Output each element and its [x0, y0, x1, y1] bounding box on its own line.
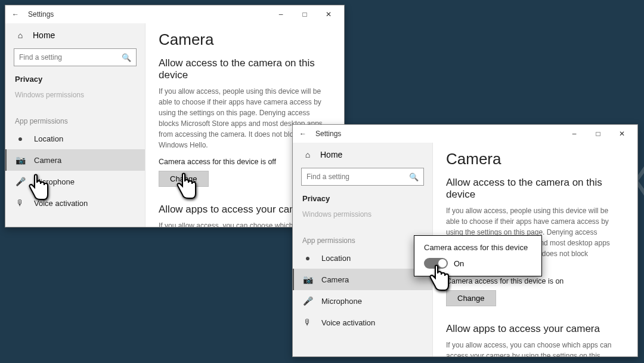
search-icon: 🔍 [409, 173, 419, 182]
toggle-row: On [424, 258, 532, 269]
sidebar-item-label: Voice activation [34, 199, 88, 208]
sidebar: ⌂ Home 🔍 Privacy Windows permissions App… [5, 23, 145, 227]
search-box[interactable]: 🔍 [14, 48, 137, 66]
search-icon: 🔍 [122, 53, 131, 62]
sidebar: ⌂ Home 🔍 Privacy Windows permissions App… [293, 143, 433, 356]
sidebar-item-label: Microphone [34, 177, 75, 186]
sidebar-item-voice[interactable]: 🎙 Voice activation [5, 192, 145, 214]
app-permissions-label: App permissions [293, 232, 432, 247]
app-permissions-label: App permissions [5, 112, 145, 128]
sidebar-item-microphone[interactable]: 🎤 Microphone [293, 290, 432, 312]
search-input[interactable] [19, 53, 122, 61]
section-heading: Allow access to the camera on this devic… [159, 57, 331, 81]
sidebar-item-camera[interactable]: 📷 Camera [293, 269, 432, 290]
popup-label: Camera access for this device [424, 243, 532, 252]
window-title: Settings [315, 130, 341, 138]
change-button[interactable]: Change [159, 171, 209, 187]
camera-icon: 📷 [15, 155, 26, 165]
location-icon: ● [15, 134, 26, 143]
titlebar: ← Settings – □ ✕ [293, 125, 637, 143]
sidebar-item-label: Microphone [321, 297, 362, 306]
search-box[interactable]: 🔍 [301, 168, 424, 186]
windows-permissions-label: Windows permissions [293, 205, 432, 221]
titlebar: ← Settings – □ ✕ [5, 5, 344, 23]
sidebar-item-microphone[interactable]: 🎤 Microphone [5, 171, 145, 192]
toggle-state-label: On [454, 259, 464, 268]
microphone-icon: 🎤 [15, 177, 26, 186]
voice-icon: 🎙 [15, 198, 26, 208]
windows-permissions-label: Windows permissions [5, 86, 145, 101]
maximize-button[interactable]: □ [293, 10, 317, 19]
page-title: Camera [446, 150, 624, 168]
home-label: Home [320, 150, 342, 159]
home-label: Home [33, 30, 55, 40]
sidebar-item-label: Location [34, 134, 63, 143]
toggle-knob [438, 259, 447, 267]
home-icon: ⌂ [15, 30, 26, 40]
window-title: Settings [28, 10, 54, 19]
camera-access-status: Camera access for this device is on [446, 277, 624, 285]
camera-access-popup: Camera access for this device On [414, 235, 542, 276]
camera-icon: 📷 [302, 275, 313, 284]
back-button[interactable]: ← [9, 10, 22, 19]
home-nav[interactable]: ⌂ Home [293, 145, 432, 164]
minimize-button[interactable]: – [562, 130, 586, 138]
voice-icon: 🎙 [302, 318, 313, 327]
close-button[interactable]: ✕ [610, 130, 634, 138]
privacy-label: Privacy [5, 72, 145, 86]
sidebar-item-label: Location [321, 254, 351, 263]
section-heading: Allow access to the camera on this devic… [446, 177, 624, 201]
page-title: Camera [159, 30, 331, 49]
microphone-icon: 🎤 [302, 296, 313, 306]
change-button[interactable]: Change [446, 290, 496, 306]
section-description-2: If you allow access, you can choose whic… [446, 340, 613, 356]
sidebar-item-camera[interactable]: 📷 Camera [5, 149, 145, 171]
sidebar-item-label: Camera [321, 275, 349, 284]
sidebar-item-label: Voice activation [321, 318, 375, 327]
home-icon: ⌂ [302, 150, 313, 159]
close-button[interactable]: ✕ [317, 10, 340, 19]
sidebar-item-location[interactable]: ● Location [293, 247, 432, 269]
sidebar-item-location[interactable]: ● Location [5, 128, 145, 149]
minimize-button[interactable]: – [269, 10, 293, 19]
section-heading-2: Allow apps to access your camera [446, 323, 624, 335]
location-icon: ● [302, 253, 313, 263]
search-input[interactable] [306, 173, 409, 181]
maximize-button[interactable]: □ [586, 130, 610, 138]
home-nav[interactable]: ⌂ Home [5, 26, 145, 45]
sidebar-item-voice[interactable]: 🎙 Voice activation [293, 312, 432, 333]
toggle-switch[interactable] [424, 258, 448, 269]
back-button[interactable]: ← [296, 130, 309, 138]
sidebar-item-label: Camera [34, 156, 61, 165]
privacy-label: Privacy [293, 192, 432, 205]
